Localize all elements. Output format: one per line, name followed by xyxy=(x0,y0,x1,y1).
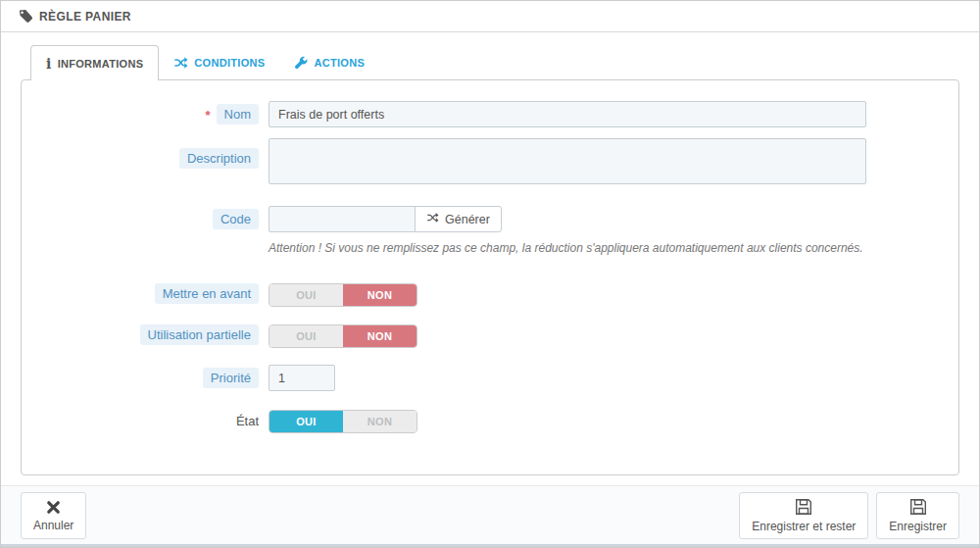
status-row: État OUI NON xyxy=(22,410,958,433)
tab-actions[interactable]: ACTIONS xyxy=(279,45,379,80)
code-label: Code xyxy=(213,209,259,229)
description-input[interactable] xyxy=(269,138,866,184)
status-option-no[interactable]: NON xyxy=(343,411,416,432)
close-icon xyxy=(45,499,62,516)
tab-conditions-label: CONDITIONS xyxy=(194,57,265,69)
partial-use-row: Utilisation partielle OUI NON xyxy=(22,324,958,348)
tab-informations[interactable]: i INFORMATIONS xyxy=(30,45,159,80)
highlight-option-no[interactable]: NON xyxy=(343,284,416,306)
save-icon xyxy=(908,497,928,517)
priority-label: Priorité xyxy=(203,368,259,388)
description-label: Description xyxy=(179,148,259,169)
save-icon xyxy=(794,497,813,517)
save-button-label: Enregistrer xyxy=(889,520,947,533)
save-button[interactable]: Enregistrer xyxy=(876,492,959,539)
cancel-button[interactable]: Annuler xyxy=(21,492,86,539)
generate-code-label: Générer xyxy=(445,213,490,226)
highlight-label: Mettre en avant xyxy=(155,283,259,304)
footer-actions: Enregistrer et rester Enregistrer xyxy=(739,492,959,539)
status-option-yes[interactable]: OUI xyxy=(270,411,343,432)
save-and-stay-button[interactable]: Enregistrer et rester xyxy=(739,492,868,539)
partial-use-label: Utilisation partielle xyxy=(140,324,260,345)
status-label: État xyxy=(236,410,259,428)
highlight-row: Mettre en avant OUI NON xyxy=(22,283,958,307)
page-title: RÈGLE PANIER xyxy=(39,10,131,24)
tab-conditions[interactable]: CONDITIONS xyxy=(159,45,279,80)
partial-use-option-no[interactable]: NON xyxy=(343,325,416,347)
code-help-text: Attention ! Si vous ne remplissez pas ce… xyxy=(269,241,958,255)
save-and-stay-label: Enregistrer et rester xyxy=(752,520,856,533)
shuffle-icon xyxy=(426,212,439,226)
priority-row: Priorité xyxy=(22,365,958,391)
code-input[interactable] xyxy=(269,206,416,232)
required-mark: * xyxy=(205,104,210,123)
generate-code-button[interactable]: Générer xyxy=(415,206,502,232)
informations-form: * Nom Description Code xyxy=(21,79,959,475)
tab-actions-label: ACTIONS xyxy=(314,57,365,69)
partial-use-toggle[interactable]: OUI NON xyxy=(269,324,417,348)
info-icon: i xyxy=(46,57,52,71)
cart-rule-panel: RÈGLE PANIER i INFORMATIONS CONDITIONS xyxy=(0,0,980,548)
wrench-icon xyxy=(294,56,308,70)
cancel-button-label: Annuler xyxy=(33,519,74,532)
highlight-option-yes[interactable]: OUI xyxy=(270,284,343,306)
priority-input[interactable] xyxy=(269,365,335,391)
highlight-toggle[interactable]: OUI NON xyxy=(269,283,417,307)
code-row: Code xyxy=(22,206,958,255)
name-input[interactable] xyxy=(269,101,866,127)
form-footer: Annuler Enregistrer et rester xyxy=(1,485,979,547)
tag-icon xyxy=(19,9,33,24)
name-row: * Nom xyxy=(22,101,958,127)
tab-informations-label: INFORMATIONS xyxy=(58,58,144,70)
panel-header: RÈGLE PANIER xyxy=(1,1,979,32)
shuffle-icon xyxy=(173,56,188,70)
name-label: Nom xyxy=(217,104,259,125)
status-toggle[interactable]: OUI NON xyxy=(269,410,417,433)
tab-bar: i INFORMATIONS CONDITIONS xyxy=(30,45,979,80)
description-row: Description xyxy=(22,138,958,187)
partial-use-option-yes[interactable]: OUI xyxy=(270,325,343,347)
